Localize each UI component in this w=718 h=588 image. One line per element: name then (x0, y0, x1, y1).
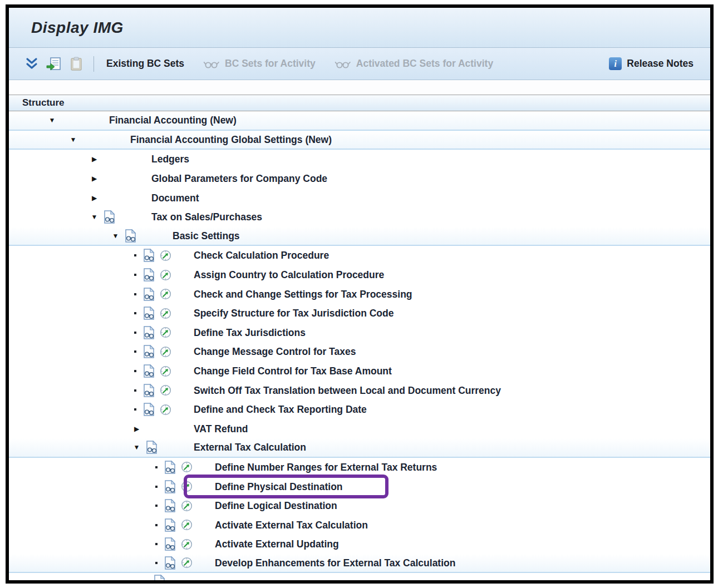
tree-item-label[interactable]: Change Message Control for Taxes (194, 346, 356, 358)
tree-item-label[interactable]: VAT Refund (194, 423, 248, 434)
tree-row[interactable]: ▼ External Tax Calculation (9, 438, 710, 458)
tree-row[interactable]: Change Message Control for Taxes (9, 342, 710, 362)
tree-item-label[interactable]: Activate External Updating (215, 538, 339, 550)
execute-activity-icon[interactable] (181, 519, 193, 531)
img-documentation-icon[interactable] (143, 345, 155, 358)
tree-row[interactable] (9, 573, 710, 581)
tree-row[interactable]: Specify Structure for Tax Jurisdiction C… (9, 304, 710, 323)
execute-activity-icon[interactable] (160, 269, 171, 281)
tree-item-label[interactable]: Switch Off Tax Translation between Local… (194, 384, 501, 396)
tree-item-label[interactable]: External Tax Calculation (194, 442, 306, 453)
img-documentation-icon[interactable] (164, 480, 176, 493)
tree-row[interactable]: Change Field Control for Tax Base Amount (9, 362, 710, 381)
tree-row[interactable]: Define Logical Destination (9, 496, 710, 516)
tree-row[interactable]: ▼ Financial Accounting (New) (9, 111, 710, 131)
img-documentation-icon[interactable] (146, 441, 158, 454)
tree-row[interactable]: Switch Off Tax Translation between Local… (9, 381, 710, 400)
expander-icon[interactable]: ▶ (132, 426, 141, 432)
tree-item-label[interactable]: Document (151, 192, 199, 204)
tree-item-label[interactable]: Ledgers (151, 154, 189, 165)
execute-activity-icon[interactable] (160, 404, 171, 416)
tree-item-label[interactable]: Financial Accounting (New) (109, 115, 237, 126)
expander-icon[interactable]: ▼ (132, 444, 141, 451)
img-documentation-icon[interactable] (164, 537, 176, 551)
glasses-icon (335, 60, 351, 68)
img-documentation-icon[interactable] (143, 288, 155, 301)
img-documentation-icon[interactable] (143, 326, 155, 339)
expander-icon[interactable]: ▼ (90, 214, 99, 220)
existing-bc-sets-button[interactable]: Existing BC Sets (101, 58, 190, 70)
tree-item-label[interactable]: Specify Structure for Tax Jurisdiction C… (194, 308, 394, 319)
execute-activity-icon[interactable] (160, 288, 171, 300)
img-documentation-icon[interactable] (143, 268, 155, 281)
expander-icon[interactable]: ▼ (48, 117, 56, 123)
execute-activity-icon[interactable] (160, 308, 171, 319)
img-documentation-icon[interactable] (164, 499, 176, 512)
bullet-icon (134, 389, 136, 392)
tree-row[interactable]: Check and Change Settings for Tax Proces… (9, 284, 710, 304)
tree-item-label[interactable]: Assign Country to Calculation Procedure (194, 269, 384, 281)
tree-item-label[interactable]: Activate External Tax Calculation (215, 519, 368, 531)
tree-row[interactable]: Activate External Updating (9, 535, 710, 554)
tree-row[interactable]: Define Number Ranges for External Tax Re… (9, 458, 710, 477)
img-documentation-icon[interactable] (143, 384, 155, 397)
tree-item-label[interactable]: Define Physical Destination (215, 481, 343, 492)
execute-activity-icon[interactable] (181, 481, 193, 492)
release-notes-button[interactable]: i Release Notes (603, 57, 696, 70)
tree-row[interactable]: ▶ Document (9, 188, 710, 207)
tree-item-label[interactable]: Define Number Ranges for External Tax Re… (215, 461, 437, 473)
execute-activity-icon[interactable] (160, 250, 171, 261)
img-documentation-icon[interactable] (143, 364, 155, 378)
img-documentation-icon[interactable] (164, 556, 176, 570)
execute-activity-icon[interactable] (181, 461, 193, 473)
tree-row[interactable]: ▼ Financial Accounting Global Settings (… (9, 131, 710, 150)
tree-row[interactable]: Define Physical Destination (9, 477, 710, 496)
double-chevron-down-icon[interactable] (22, 55, 41, 73)
tree-item-label[interactable]: Check Calculation Procedure (194, 250, 329, 261)
expander-icon[interactable]: ▶ (90, 156, 99, 162)
img-documentation-icon[interactable] (104, 210, 115, 224)
tree-item-label[interactable]: Financial Accounting Global Settings (Ne… (130, 134, 332, 145)
execute-activity-icon[interactable] (160, 346, 171, 358)
img-documentation-icon[interactable] (154, 575, 165, 581)
bullet-icon (134, 312, 136, 314)
tree-row[interactable]: ▶ VAT Refund (9, 419, 710, 439)
tree-row[interactable]: ▶ Global Parameters for Company Code (9, 169, 710, 189)
img-documentation-icon[interactable] (164, 461, 176, 474)
tree-item-label[interactable]: Develop Enhancements for External Tax Ca… (215, 557, 455, 569)
tree-row[interactable]: Develop Enhancements for External Tax Ca… (9, 554, 710, 574)
execute-activity-icon[interactable] (160, 327, 171, 338)
img-documentation-icon[interactable] (164, 518, 176, 532)
execute-activity-icon[interactable] (181, 557, 193, 569)
execute-activity-icon[interactable] (181, 500, 193, 512)
tree-row[interactable]: ▼ Basic Settings (9, 227, 710, 246)
tree-item-label[interactable]: Define and Check Tax Reporting Date (194, 404, 367, 416)
tree-item-label[interactable]: Basic Settings (173, 230, 240, 241)
tree-row[interactable]: Define and Check Tax Reporting Date (9, 400, 710, 419)
tree-row[interactable]: ▶ Ledgers (9, 150, 710, 169)
expander-icon[interactable]: ▶ (90, 175, 99, 182)
execute-activity-icon[interactable] (181, 538, 193, 550)
tree-row[interactable]: Activate External Tax Calculation (9, 515, 710, 535)
bullet-icon (134, 254, 136, 256)
tree-item-label[interactable]: Check and Change Settings for Tax Proces… (194, 288, 412, 300)
img-documentation-icon[interactable] (143, 249, 155, 262)
tree-item-label[interactable]: Define Logical Destination (215, 500, 337, 512)
tree-row[interactable]: ▼ Tax on Sales/Purchases (9, 207, 710, 227)
expander-icon[interactable]: ▼ (111, 233, 120, 239)
expander-icon[interactable]: ▶ (90, 195, 99, 201)
tree-item-label[interactable]: Tax on Sales/Purchases (151, 211, 262, 223)
execute-activity-icon[interactable] (160, 384, 171, 396)
img-documentation-icon[interactable] (143, 403, 155, 416)
expander-icon[interactable]: ▼ (69, 136, 77, 143)
tree-row[interactable]: Assign Country to Calculation Procedure (9, 265, 710, 285)
tree-item-label[interactable]: Change Field Control for Tax Base Amount (194, 365, 392, 377)
tree-item-label[interactable]: Define Tax Jurisdictions (194, 327, 306, 338)
document-arrow-icon[interactable] (45, 55, 63, 73)
execute-activity-icon[interactable] (160, 365, 171, 377)
img-documentation-icon[interactable] (143, 307, 155, 320)
tree-row[interactable]: Define Tax Jurisdictions (9, 323, 710, 343)
tree-row[interactable]: Check Calculation Procedure (9, 246, 710, 265)
tree-item-label[interactable]: Global Parameters for Company Code (151, 173, 327, 185)
img-documentation-icon[interactable] (125, 229, 136, 243)
